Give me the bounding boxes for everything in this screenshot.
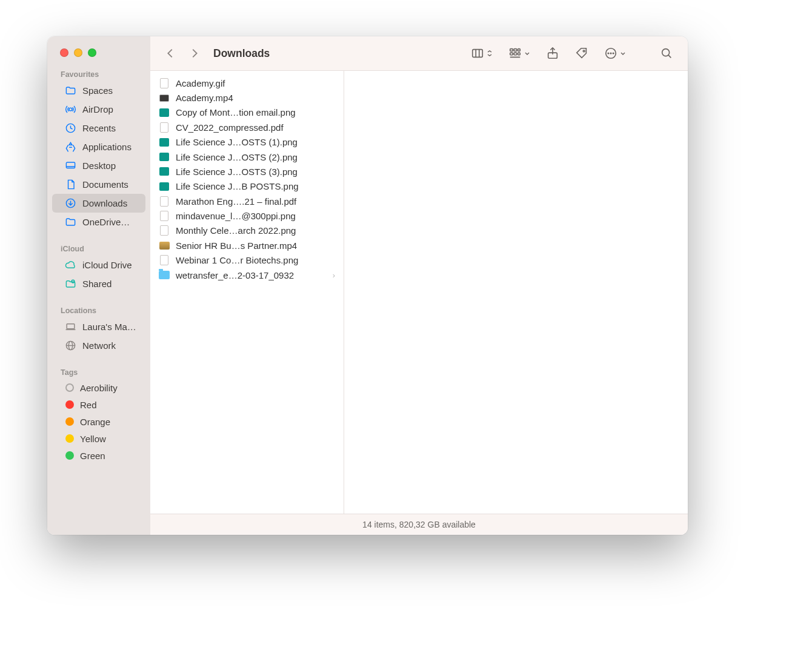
file-name: Academy.gif xyxy=(176,78,335,88)
more-button[interactable] xyxy=(604,47,626,60)
file-teal-icon xyxy=(159,137,170,148)
tag-dot-icon xyxy=(65,417,74,426)
cloud-icon xyxy=(64,259,76,271)
file-row[interactable]: mindavenue_l…@300ppi.png xyxy=(153,208,341,223)
sidebar-item-onedrive-[interactable]: OneDrive… xyxy=(52,213,145,231)
sidebar-item-red[interactable]: Red xyxy=(52,396,145,413)
sidebar-item-label: iCloud Drive xyxy=(82,260,132,270)
file-row[interactable]: Life Science J…OSTS (1).png xyxy=(153,135,341,150)
sidebar-item-airdrop[interactable]: AirDrop xyxy=(52,100,145,119)
file-name: CV_2022_compressed.pdf xyxy=(176,122,335,133)
sidebar-item-label: Yellow xyxy=(80,434,106,444)
sidebar-item-yellow[interactable]: Yellow xyxy=(52,430,145,447)
file-name: Marathon Eng….21 – final.pdf xyxy=(176,196,335,207)
sidebar-item-downloads[interactable]: Downloads xyxy=(52,194,145,213)
main-area: Downloads xyxy=(150,36,688,535)
share-button[interactable] xyxy=(546,47,559,60)
file-doc-icon xyxy=(159,196,170,207)
sidebar-item-network[interactable]: Network xyxy=(52,336,145,355)
traffic-lights xyxy=(47,36,150,64)
finder-window: FavouritesSpacesAirDropRecentsApplicatio… xyxy=(47,36,688,535)
search-button[interactable] xyxy=(660,47,673,60)
sidebar-item-aerobility[interactable]: Aerobility xyxy=(52,379,145,396)
close-button[interactable] xyxy=(60,48,68,57)
file-name: Webinar 1 Co…r Biotechs.png xyxy=(176,255,335,265)
svg-point-27 xyxy=(613,53,613,53)
folder-icon xyxy=(64,216,76,228)
download-icon xyxy=(64,197,76,210)
file-doc-icon xyxy=(159,78,170,88)
svg-rect-15 xyxy=(510,49,513,51)
svg-rect-19 xyxy=(518,49,521,51)
toolbar: Downloads xyxy=(150,36,688,71)
window-title: Downloads xyxy=(205,47,270,60)
sidebar-item-green[interactable]: Green xyxy=(52,447,145,464)
sidebar-item-laura-s-ma-[interactable]: Laura's Ma… xyxy=(52,317,145,336)
folder-icon xyxy=(64,85,76,97)
file-doc-icon xyxy=(159,255,170,266)
file-name: wetransfer_e…2-03-17_0932 xyxy=(176,270,327,280)
apps-icon xyxy=(64,141,76,153)
svg-point-28 xyxy=(662,49,670,56)
svg-rect-7 xyxy=(67,324,75,329)
section-header: iCloud xyxy=(47,239,150,256)
section-header: Favourites xyxy=(47,64,150,81)
desktop-icon xyxy=(64,160,76,172)
tag-button[interactable] xyxy=(575,47,588,60)
sidebar-item-applications[interactable]: Applications xyxy=(52,137,145,156)
airdrop-icon xyxy=(64,104,76,116)
view-columns-button[interactable] xyxy=(471,47,493,60)
back-button[interactable] xyxy=(160,44,181,63)
file-row[interactable]: CV_2022_compressed.pdf xyxy=(153,120,341,134)
minimize-button[interactable] xyxy=(74,48,82,57)
svg-point-26 xyxy=(610,53,611,53)
file-row[interactable]: Life Science J…B POSTS.png xyxy=(153,179,341,194)
file-row[interactable]: Senior HR Bu…s Partner.mp4 xyxy=(153,238,341,253)
clock-icon xyxy=(64,122,76,134)
svg-point-0 xyxy=(69,108,72,111)
sidebar-item-label: Aerobility xyxy=(80,383,118,393)
sidebar-item-orange[interactable]: Orange xyxy=(52,413,145,430)
group-button[interactable] xyxy=(508,47,530,60)
sidebar-item-label: Red xyxy=(80,400,97,410)
file-row[interactable]: wetransfer_e…2-03-17_0932› xyxy=(153,268,341,282)
sidebar-item-spaces[interactable]: Spaces xyxy=(52,81,145,100)
file-name: Life Science J…OSTS (2).png xyxy=(176,152,335,162)
file-row[interactable]: Academy.mp4 xyxy=(153,90,341,105)
forward-button[interactable] xyxy=(184,44,205,63)
sidebar-item-label: AirDrop xyxy=(82,104,113,114)
chevron-right-icon: › xyxy=(333,271,335,280)
file-pic-icon xyxy=(159,240,170,251)
svg-line-29 xyxy=(668,55,671,58)
tag-dot-icon xyxy=(65,400,74,409)
sidebar-item-recents[interactable]: Recents xyxy=(52,119,145,137)
laptop-icon xyxy=(64,321,76,333)
sidebar-item-shared[interactable]: Shared xyxy=(52,274,145,293)
sidebar-item-desktop[interactable]: Desktop xyxy=(52,156,145,175)
section-header: Tags xyxy=(47,362,150,379)
tag-dot-icon xyxy=(65,434,74,443)
file-name: Senior HR Bu…s Partner.mp4 xyxy=(176,240,335,251)
sidebar-item-label: Applications xyxy=(82,142,131,152)
sidebar-item-icloud-drive[interactable]: iCloud Drive xyxy=(52,256,145,274)
file-row[interactable]: Monthly Cele…arch 2022.png xyxy=(153,224,341,238)
svg-point-23 xyxy=(583,50,585,52)
file-row[interactable]: Life Science J…OSTS (3).png xyxy=(153,164,341,179)
file-doc-icon xyxy=(159,225,170,236)
svg-point-6 xyxy=(72,280,75,283)
shared-icon xyxy=(64,278,76,290)
svg-rect-17 xyxy=(514,49,517,51)
fullscreen-button[interactable] xyxy=(88,48,96,57)
file-row[interactable]: Academy.gif xyxy=(153,76,341,90)
file-name: Life Science J…OSTS (3).png xyxy=(176,167,335,177)
file-row[interactable]: Copy of Mont…tion email.png xyxy=(153,105,341,120)
sidebar-item-label: Network xyxy=(82,340,116,351)
sidebar-item-label: Spaces xyxy=(82,85,113,96)
file-name: Life Science J…OSTS (1).png xyxy=(176,137,335,147)
svg-rect-2 xyxy=(66,162,75,168)
file-row[interactable]: Marathon Eng….21 – final.pdf xyxy=(153,194,341,208)
file-row[interactable]: Webinar 1 Co…r Biotechs.png xyxy=(153,253,341,268)
sidebar-item-documents[interactable]: Documents xyxy=(52,175,145,194)
file-row[interactable]: Life Science J…OSTS (2).png xyxy=(153,150,341,164)
tag-dot-icon xyxy=(65,451,74,460)
